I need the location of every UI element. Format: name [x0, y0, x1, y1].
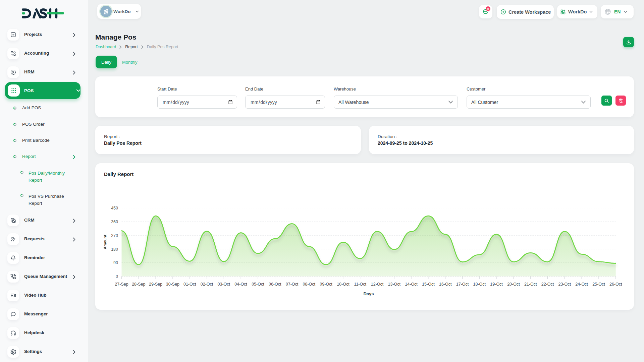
svg-text:09-Oct: 09-Oct — [320, 282, 332, 287]
svg-text:25-Oct: 25-Oct — [592, 282, 605, 287]
svg-text:12-Oct: 12-Oct — [371, 282, 384, 287]
svg-text:13-Oct: 13-Oct — [388, 282, 401, 287]
svg-text:30-Sep: 30-Sep — [166, 282, 179, 287]
svg-text:0: 0 — [116, 274, 118, 279]
svg-text:28-Sep: 28-Sep — [132, 282, 145, 287]
svg-text:90: 90 — [113, 260, 118, 265]
svg-text:21-Oct: 21-Oct — [524, 282, 537, 287]
svg-text:15-Oct: 15-Oct — [422, 282, 435, 287]
svg-text:24-Oct: 24-Oct — [575, 282, 588, 287]
svg-text:16-Oct: 16-Oct — [439, 282, 452, 287]
svg-text:02-Oct: 02-Oct — [201, 282, 213, 287]
svg-text:20-Oct: 20-Oct — [507, 282, 520, 287]
svg-text:01-Oct: 01-Oct — [183, 282, 196, 287]
svg-text:23-Oct: 23-Oct — [558, 282, 571, 287]
svg-text:07-Oct: 07-Oct — [286, 282, 299, 287]
svg-text:180: 180 — [111, 247, 118, 252]
svg-text:04-Oct: 04-Oct — [234, 282, 247, 287]
svg-text:360: 360 — [111, 220, 118, 224]
svg-text:14-Oct: 14-Oct — [405, 282, 418, 287]
svg-text:Days: Days — [363, 291, 374, 296]
svg-text:26-Oct: 26-Oct — [609, 282, 622, 287]
svg-text:27-Sep: 27-Sep — [115, 282, 128, 287]
svg-text:22-Oct: 22-Oct — [541, 282, 554, 287]
svg-text:19-Oct: 19-Oct — [490, 282, 503, 287]
svg-text:11-Oct: 11-Oct — [354, 282, 366, 287]
svg-text:450: 450 — [111, 206, 118, 210]
svg-text:10-Oct: 10-Oct — [337, 282, 350, 287]
svg-text:Amount: Amount — [103, 235, 107, 249]
svg-text:17-Oct: 17-Oct — [456, 282, 469, 287]
svg-text:08-Oct: 08-Oct — [303, 282, 316, 287]
svg-text:03-Oct: 03-Oct — [218, 282, 230, 287]
svg-text:05-Oct: 05-Oct — [252, 282, 264, 287]
svg-text:18-Oct: 18-Oct — [473, 282, 486, 287]
svg-text:270: 270 — [111, 233, 118, 238]
svg-text:06-Oct: 06-Oct — [269, 282, 281, 287]
svg-text:29-Sep: 29-Sep — [149, 282, 162, 287]
